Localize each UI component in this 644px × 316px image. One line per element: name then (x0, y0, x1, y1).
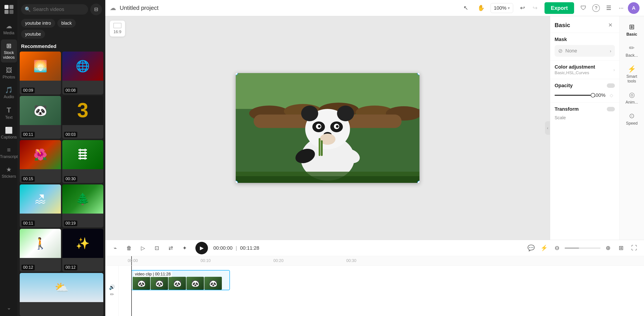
sidebar-item-text[interactable]: T Text (1, 103, 17, 122)
canvas-video-content (236, 73, 420, 183)
crop-button[interactable]: ⊡ (152, 243, 162, 254)
top-bar: ☁ Untitled project ↖ ✋ 100% ▾ ↩ ↪ Export… (105, 0, 644, 16)
right-panel-item-speed[interactable]: ⊙ Speed (621, 109, 643, 129)
star-icon: ★ (6, 166, 12, 173)
plus-icon: ⊕ (606, 244, 610, 252)
split-audio-button[interactable]: ⚡ (539, 243, 550, 254)
transform-toggle[interactable] (607, 107, 615, 112)
list-item[interactable]: 🌅 00:09 (20, 52, 61, 94)
search-wrapper[interactable]: 🔍 (21, 4, 88, 14)
playhead[interactable] (131, 266, 132, 316)
zoom-value: 100% (494, 5, 506, 11)
clip-frame: 🐼 (186, 277, 204, 290)
list-item[interactable]: 🐼 00:11 (20, 96, 61, 139)
fullscreen-button[interactable]: ⛶ (629, 243, 640, 254)
list-item[interactable]: 🏖 00:11 (20, 184, 61, 228)
close-icon: ✕ (608, 22, 613, 28)
list-item[interactable]: 3 00:03 (62, 96, 104, 139)
layout-button[interactable]: ☰ (603, 2, 614, 14)
shield-button[interactable]: 🛡 (578, 2, 589, 14)
search-input[interactable] (33, 6, 84, 12)
play-button[interactable]: ▶ (196, 242, 208, 254)
ruler-labels: 00:00 00:10 00:20 00:30 (119, 258, 356, 263)
sidebar-expand-button[interactable]: ⌄ (2, 302, 16, 313)
chevron-down-icon: ▾ (508, 6, 510, 10)
zoom-control[interactable]: 100% ▾ (490, 3, 513, 13)
list-item[interactable]: 🌐 00:08 (62, 52, 104, 94)
auto-caption-button[interactable]: 💬 (526, 243, 536, 254)
opacity-slider[interactable] (554, 95, 591, 96)
mask-label: Mask (554, 36, 615, 42)
list-item[interactable]: 🚶 00:12 (20, 229, 61, 272)
redo-button[interactable]: ↪ (529, 2, 541, 14)
opacity-toggle[interactable] (607, 83, 615, 88)
right-panel-item-smart-tools[interactable]: ⚡ Smart tools (621, 62, 643, 87)
right-panel-item-basic[interactable]: ⊞ Basic (621, 20, 643, 40)
sidebar-item-stock-videos[interactable]: ⊞ Stock videos (1, 40, 17, 62)
mask-selector[interactable]: ⊘ None › (554, 45, 615, 57)
undo-button[interactable]: ↩ (517, 2, 528, 14)
list-item[interactable]: ✨ 00:12 (62, 229, 104, 272)
no-mask-icon: ⊘ (558, 48, 563, 54)
sidebar-item-captions[interactable]: ⬜ Captions (1, 124, 17, 142)
avatar[interactable]: A (628, 2, 640, 14)
right-panel: Basic ✕ Mask ⊘ None › Color adjustment B… (550, 16, 619, 240)
export-button[interactable]: Export (544, 2, 574, 14)
chevron-down-icon: ⌄ (7, 304, 11, 311)
aspect-ratio-badge[interactable]: 16:9 (110, 20, 125, 36)
split-button[interactable]: ⌁ (110, 243, 120, 254)
sidebar-item-stickers[interactable]: ★ Stickers (1, 163, 17, 182)
speed-icon: ⊙ (629, 112, 634, 120)
sidebar-item-media[interactable]: ☁ Media (1, 20, 17, 38)
transform-section: Transform Scale (550, 103, 619, 124)
keyframe-button[interactable]: ◇ (608, 92, 615, 99)
smart-tools-icon: ⚡ (628, 65, 636, 73)
color-adjustment-section[interactable]: Color adjustment Basic,HSL,Curves › (550, 60, 619, 79)
edit-clip-icon[interactable]: ✏ (110, 292, 114, 298)
music-icon: 🎵 (5, 86, 13, 94)
hand-icon: ✋ (478, 4, 485, 12)
transform-label: Transform (554, 106, 579, 112)
more-tools-button[interactable]: ✦ (179, 243, 190, 254)
select-tool-button[interactable]: ↖ (460, 2, 472, 14)
mask-section: Mask ⊘ None › (550, 33, 619, 60)
panel-close-button[interactable]: ✕ (606, 20, 615, 30)
canvas-area: 16:9 ‹ (105, 16, 550, 240)
filter-button[interactable]: ⊟ (90, 4, 102, 15)
svg-point-20 (318, 125, 321, 128)
list-item[interactable]: 🌺 00:15 (20, 140, 61, 183)
play-clip-button[interactable]: ▷ (138, 243, 148, 254)
tag-youtube-intro[interactable]: youtube intro (21, 19, 55, 28)
project-title[interactable]: Untitled project (120, 4, 456, 12)
list-item[interactable]: 🌲 00:19 (62, 184, 104, 228)
duration-badge: 00:11 (22, 220, 35, 226)
tag-black[interactable]: black (57, 19, 76, 28)
logo[interactable] (2, 3, 16, 16)
sidebar-item-audio[interactable]: 🎵 Audio (1, 84, 17, 102)
list-item[interactable]: ⛅ (20, 273, 103, 316)
video-clip-track[interactable]: video clip | 00:11:28 🐼 🐼 🐼 🐼 🐼 (131, 270, 230, 290)
search-icon: 🔍 (25, 6, 31, 12)
sidebar-item-photos[interactable]: 🖼 Photos (1, 64, 17, 82)
color-adj-arrow-icon: › (613, 67, 615, 72)
mirror-button[interactable]: ⇄ (165, 243, 176, 254)
right-panel-item-background[interactable]: ✏ Back... (621, 41, 643, 61)
right-panel-item-animate[interactable]: ◎ Anim... (621, 88, 643, 108)
fit-button[interactable]: ⊞ (616, 243, 626, 254)
tag-youtube[interactable]: youtube (21, 30, 45, 38)
more-button[interactable]: ··· (615, 2, 627, 14)
zoom-out-button[interactable]: ⊖ (552, 243, 562, 254)
delete-button[interactable]: 🗑 (124, 243, 134, 254)
panel-collapse-handle[interactable]: ‹ (545, 121, 550, 135)
zoom-slider[interactable] (565, 248, 600, 248)
volume-icon[interactable]: 🔊 (109, 284, 115, 290)
list-item[interactable]: 🛤 00:30 (62, 140, 104, 183)
help-button[interactable]: ? (590, 2, 602, 14)
transcript-icon: ≡ (7, 146, 10, 154)
sidebar-item-transcript[interactable]: ≡ Transcript (1, 144, 17, 162)
crop-icon: ⊡ (154, 245, 159, 251)
undo-icon: ↩ (520, 4, 525, 12)
hand-tool-button[interactable]: ✋ (475, 2, 487, 14)
timecode-current: 00:00:00 (213, 245, 232, 251)
zoom-in-button[interactable]: ⊕ (603, 243, 614, 254)
